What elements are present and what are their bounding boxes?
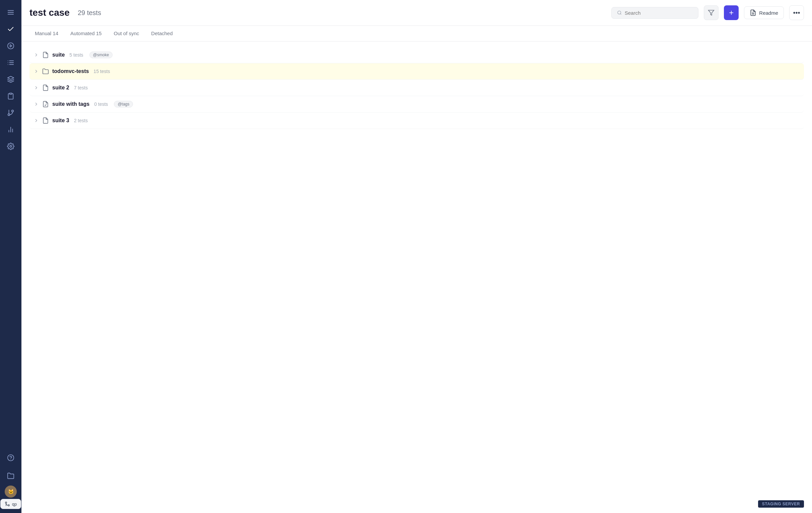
menu-icon[interactable] xyxy=(3,5,18,20)
suite-tag: @tags xyxy=(114,101,133,108)
file-check-icon xyxy=(42,101,49,108)
suite-row[interactable]: suite 5 tests @smoke xyxy=(29,47,804,63)
staging-badge: STAGING SERVER xyxy=(758,500,804,508)
chevron-right-icon xyxy=(33,101,39,107)
svg-marker-11 xyxy=(8,77,14,79)
layers-icon[interactable] xyxy=(3,72,18,87)
main-content: test case 29 tests + Readme ••• Manual 1… xyxy=(22,0,812,513)
suite-row[interactable]: todomvc-tests 15 tests xyxy=(29,63,804,80)
more-button[interactable]: ••• xyxy=(789,5,804,20)
svg-point-19 xyxy=(10,145,12,147)
search-input[interactable] xyxy=(625,10,693,16)
chevron-right-icon xyxy=(33,69,39,74)
header: test case 29 tests + Readme ••• xyxy=(22,0,812,26)
suite-row[interactable]: suite with tags 0 tests @tags xyxy=(29,96,804,113)
search-icon xyxy=(617,10,622,16)
tabs-bar: Manual 14 Automated 15 Out of sync Detac… xyxy=(22,26,812,41)
test-count: 29 tests xyxy=(78,9,101,17)
file-icon xyxy=(42,52,49,58)
suite-name: todomvc-tests xyxy=(52,68,89,74)
chevron-right-icon xyxy=(33,52,39,58)
svg-marker-4 xyxy=(10,44,12,47)
suite-count: 2 tests xyxy=(74,118,88,123)
readme-button[interactable]: Readme xyxy=(744,6,784,19)
avatar[interactable]: 🐱 xyxy=(5,486,17,497)
svg-point-23 xyxy=(5,502,7,503)
tab-detached[interactable]: Detached xyxy=(146,26,178,41)
svg-point-24 xyxy=(618,11,621,14)
sidebar: 🐱 qp xyxy=(0,0,22,513)
clipboard-icon[interactable] xyxy=(3,89,18,103)
suite-count: 5 tests xyxy=(69,52,83,58)
filter-button[interactable] xyxy=(704,5,719,20)
git-branch-icon[interactable] xyxy=(3,105,18,120)
bar-chart-icon[interactable] xyxy=(3,122,18,137)
file-icon xyxy=(42,117,49,124)
svg-line-25 xyxy=(620,14,621,15)
add-button[interactable]: + xyxy=(724,5,738,20)
folder-icon xyxy=(42,68,49,75)
chevron-right-icon xyxy=(33,118,39,123)
check-icon[interactable] xyxy=(3,22,18,36)
suite-count: 7 tests xyxy=(74,85,88,90)
search-box[interactable] xyxy=(611,7,698,19)
suite-name: suite 3 xyxy=(52,118,69,124)
suite-row[interactable]: suite 3 2 tests xyxy=(29,113,804,129)
suite-count: 0 tests xyxy=(94,101,108,107)
svg-point-3 xyxy=(8,43,14,49)
file-icon xyxy=(42,84,49,91)
tab-manual[interactable]: Manual 14 xyxy=(29,26,64,41)
tab-out-of-sync[interactable]: Out of sync xyxy=(108,26,144,41)
chevron-right-icon xyxy=(33,85,39,90)
folder-icon[interactable] xyxy=(3,469,18,483)
git-button[interactable]: qp xyxy=(0,499,21,509)
settings-icon[interactable] xyxy=(3,139,18,154)
svg-point-22 xyxy=(8,505,9,506)
content-area: suite 5 tests @smoke todomvc-tests 15 te… xyxy=(22,41,812,513)
svg-marker-26 xyxy=(708,10,714,16)
suite-tag: @smoke xyxy=(89,52,113,58)
play-icon[interactable] xyxy=(3,38,18,53)
suite-row[interactable]: suite 2 7 tests xyxy=(29,80,804,96)
list-icon[interactable] xyxy=(3,55,18,70)
suite-name: suite 2 xyxy=(52,85,69,91)
suite-name: suite xyxy=(52,52,65,58)
help-icon[interactable] xyxy=(3,450,18,465)
suite-count: 15 tests xyxy=(93,69,110,74)
page-title: test case xyxy=(29,7,70,18)
suite-name: suite with tags xyxy=(52,101,89,107)
svg-rect-12 xyxy=(9,93,12,94)
tab-automated[interactable]: Automated 15 xyxy=(65,26,107,41)
